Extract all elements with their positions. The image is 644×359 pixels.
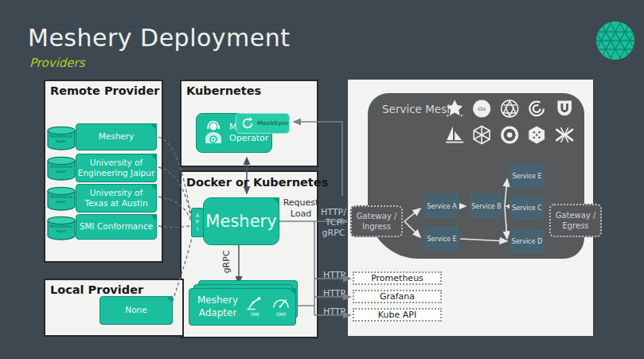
kube-api-box: Kube API [353, 308, 442, 322]
grafana-label: Grafana [380, 291, 415, 302]
meshery-logo-icon [594, 19, 637, 62]
service-b-node: Service B [469, 193, 504, 219]
meshery-adapter-box: Meshery Adapter SMI SMP [189, 288, 296, 326]
smp-icon-group: SMP [271, 295, 291, 318]
database-label: Persistence layer [46, 194, 76, 204]
smp-label: SMP [276, 311, 287, 318]
gateway-ingress-label: Gateway / Ingress [357, 211, 397, 232]
remote-provider-item: University of Texas at Austin [76, 184, 157, 213]
sync-icon [240, 116, 255, 131]
meshery-box: Meshery [203, 197, 279, 245]
service-e-left-label: Service E [427, 236, 456, 243]
http-label: HTTP [320, 288, 349, 299]
request-load-label: Request Load [283, 197, 319, 220]
api-tab-label: A P I [196, 213, 199, 232]
service-e-left-node: Service E [424, 226, 459, 252]
consul-icon [499, 124, 520, 146]
folded-corner [150, 184, 157, 191]
remote-item-label: SMI Conformance [80, 221, 153, 232]
open-service-mesh-icon [526, 124, 547, 146]
smp-gauge-icon [271, 295, 291, 311]
meshery-label: Meshery [205, 212, 276, 231]
aws-app-mesh-icon [471, 124, 492, 146]
gateway-egress-box: Gateway / Egress [549, 204, 602, 237]
service-e-top-node: Service E [509, 163, 544, 189]
remote-item-label: Meshery [99, 131, 135, 142]
remote-provider-item: SMI Conformance [76, 214, 157, 240]
mesh-logo-row-1: ctx [444, 98, 575, 119]
database-icon: Persistence layer [46, 186, 76, 212]
remote-item-label: University of Texas at Austin [84, 188, 147, 209]
traefik-mesh-icon [554, 124, 575, 146]
service-mesh-title: Service Mesh [382, 103, 454, 115]
octarine-icon [526, 98, 547, 119]
folded-corner [150, 214, 157, 221]
meshsync-label: MeshSync [257, 120, 289, 127]
database-icon: Persistence layer [46, 216, 76, 241]
remote-provider-title: Remote Provider [50, 84, 159, 97]
local-provider-title: Local Provider [50, 283, 143, 296]
folded-corner [150, 154, 157, 161]
service-b-label: Service B [471, 203, 502, 210]
service-e-top-label: Service E [512, 173, 541, 180]
folded-corner [150, 123, 157, 131]
remote-provider-item: University of Engineering Jaipur [76, 154, 157, 182]
docker-kubernetes-title: Docker or Kubernetes [186, 176, 328, 189]
http-label: HTTP [320, 306, 349, 317]
local-provider-none-label: None [125, 305, 146, 315]
http-tcp-grpc-label: HTTP/ TCP gRPC [318, 207, 349, 238]
service-c-node: Service C [509, 195, 544, 220]
grafana-box: Grafana [353, 290, 442, 303]
remote-item-label: University of Engineering Jaipur [78, 158, 154, 178]
network-service-mesh-icon [499, 98, 520, 119]
service-d-node: Service D [509, 228, 544, 254]
meshery-adapter-label: Meshery Adapter [197, 295, 238, 319]
folded-corner [272, 197, 279, 205]
kuma-icon [554, 98, 575, 119]
service-d-label: Service D [512, 238, 542, 245]
folded-corner [289, 288, 296, 295]
prometheus-label: Prometheus [371, 273, 423, 283]
gateway-egress-label: Gateway / Egress [556, 210, 596, 231]
prometheus-box: Prometheus [353, 271, 442, 285]
linkerd-icon [444, 98, 465, 119]
service-a-label: Service A [427, 203, 457, 210]
smi-icon-group: SMI [246, 295, 263, 318]
operator-icon [201, 119, 226, 146]
service-c-label: Service C [512, 205, 542, 212]
smi-icon [246, 295, 263, 311]
database-icon: Persistence layer [46, 156, 76, 181]
local-provider-none-box: None [100, 296, 173, 325]
database-label: Persistence layer [46, 224, 76, 233]
mesh-logo-row-2 [444, 124, 575, 146]
smi-label: SMI [251, 311, 260, 318]
page-title: Meshery Deployment [28, 24, 291, 52]
database-label: Persistence layer [46, 164, 76, 174]
grpc-label: gRPC [221, 246, 232, 278]
http-label: HTTP [320, 270, 349, 280]
gateway-ingress-box: Gateway / Ingress [350, 205, 403, 237]
database-icon: Persistence layer [46, 126, 76, 151]
page-subtitle: Providers [29, 56, 85, 70]
citrix-icon: ctx [471, 98, 492, 119]
svg-text:ctx: ctx [478, 106, 486, 112]
database-label: Persistence layer [46, 134, 76, 143]
kubernetes-title: Kubernetes [186, 84, 261, 97]
remote-provider-item: Meshery [76, 123, 157, 150]
kube-api-label: Kube API [378, 310, 416, 320]
folded-corner [166, 296, 173, 303]
istio-icon [444, 124, 465, 146]
service-a-node: Service A [424, 193, 459, 219]
meshsync-box: MeshSync [236, 113, 290, 134]
api-tab: A P I [191, 208, 204, 237]
